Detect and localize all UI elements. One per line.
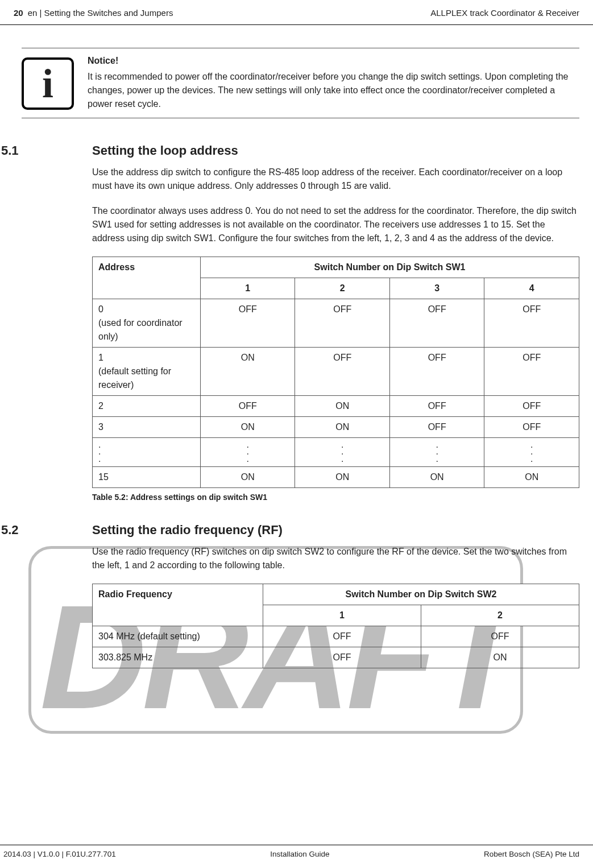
rf-value: 303.825 MHz bbox=[93, 647, 263, 668]
addr-value: 0 bbox=[98, 304, 103, 314]
page-footer: 2014.03 | V1.0.0 | F.01U.277.701 Install… bbox=[0, 845, 593, 868]
header-section-title: en | Setting the Switches and Jumpers bbox=[28, 7, 173, 20]
cell: ON bbox=[201, 347, 295, 395]
cell: ON bbox=[421, 647, 579, 668]
section-5-1: 5.1 Setting the loop address Use the add… bbox=[0, 141, 579, 257]
col-2: 2 bbox=[295, 278, 389, 299]
addr-value: 3 bbox=[93, 416, 201, 437]
col-group: Switch Number on Dip Switch SW2 bbox=[263, 584, 579, 605]
info-icon: i bbox=[22, 57, 74, 110]
header-product-title: ALLPLEX track Coordinator & Receiver bbox=[430, 7, 579, 20]
col-address: Address bbox=[93, 257, 201, 299]
addr-value: 15 bbox=[93, 466, 201, 487]
table-row: 3 ON ON OFF OFF bbox=[93, 416, 579, 437]
col-1: 1 bbox=[201, 278, 295, 299]
cell: ON bbox=[201, 466, 295, 487]
cell: ON bbox=[295, 395, 389, 416]
cell: ON bbox=[389, 466, 484, 487]
cell: ON bbox=[484, 466, 579, 487]
footer-left: 2014.03 | V1.0.0 | F.01U.277.701 bbox=[3, 849, 116, 860]
col-2: 2 bbox=[421, 605, 579, 626]
cell: OFF bbox=[389, 299, 484, 347]
page-number: 20 bbox=[14, 7, 23, 20]
cell: OFF bbox=[263, 626, 421, 647]
rf-value: 304 MHz (default setting) bbox=[93, 626, 263, 647]
cell: OFF bbox=[263, 647, 421, 668]
table-row: 0 (used for coordinator only) OFF OFF OF… bbox=[93, 299, 579, 347]
notice-heading: Notice! bbox=[88, 54, 574, 68]
table-5-2-wrap: Address Switch Number on Dip Switch SW1 … bbox=[92, 257, 579, 488]
cell: ON bbox=[295, 466, 389, 487]
cell: OFF bbox=[389, 395, 484, 416]
section-5-2: 5.2 Setting the radio frequency (RF) Use… bbox=[0, 520, 579, 584]
cell: OFF bbox=[201, 299, 295, 347]
table-row: 303.825 MHz OFF ON bbox=[93, 647, 579, 668]
addr-note: (used for coordinator only) bbox=[98, 318, 183, 341]
cell: OFF bbox=[389, 347, 484, 395]
paragraph: The coordinator always uses address 0. Y… bbox=[92, 204, 579, 245]
col-rf: Radio Frequency bbox=[93, 584, 263, 626]
address-table: Address Switch Number on Dip Switch SW1 … bbox=[92, 257, 579, 488]
cell: OFF bbox=[484, 299, 579, 347]
col-group: Switch Number on Dip Switch SW1 bbox=[201, 257, 579, 278]
table-row: 304 MHz (default setting) OFF OFF bbox=[93, 626, 579, 647]
footer-center: Installation Guide bbox=[270, 849, 329, 860]
addr-value: 1 bbox=[98, 353, 103, 362]
info-glyph: i bbox=[42, 63, 53, 104]
cell: OFF bbox=[295, 347, 389, 395]
cell: OFF bbox=[295, 299, 389, 347]
page-header: 20 en | Setting the Switches and Jumpers… bbox=[0, 0, 593, 25]
paragraph: Use the address dip switch to configure … bbox=[92, 166, 579, 193]
cell: OFF bbox=[421, 626, 579, 647]
col-1: 1 bbox=[263, 605, 421, 626]
cell: OFF bbox=[484, 395, 579, 416]
addr-value: 2 bbox=[93, 395, 201, 416]
section-number: 5.2 bbox=[0, 520, 92, 584]
table-row: 2 OFF ON OFF OFF bbox=[93, 395, 579, 416]
col-3: 3 bbox=[389, 278, 484, 299]
cell: OFF bbox=[201, 395, 295, 416]
section-number: 5.1 bbox=[0, 141, 92, 257]
table-row: ... ... ... ... ... bbox=[93, 437, 579, 466]
col-4: 4 bbox=[484, 278, 579, 299]
footer-right: Robert Bosch (SEA) Pte Ltd bbox=[484, 849, 579, 860]
cell: OFF bbox=[484, 416, 579, 437]
cell: ON bbox=[295, 416, 389, 437]
table-row: 15 ON ON ON ON bbox=[93, 466, 579, 487]
section-title: Setting the radio frequency (RF) bbox=[92, 520, 579, 539]
cell: ON bbox=[201, 416, 295, 437]
cell: OFF bbox=[389, 416, 484, 437]
rf-table: Radio Frequency Switch Number on Dip Swi… bbox=[92, 584, 579, 668]
section-title: Setting the loop address bbox=[92, 141, 579, 160]
paragraph: Use the radio frequency (RF) switches on… bbox=[92, 545, 579, 572]
notice-body: It is recommended to power off the coord… bbox=[88, 70, 574, 111]
table-row: 1 (default setting for receiver) ON OFF … bbox=[93, 347, 579, 395]
addr-note: (default setting for receiver) bbox=[98, 366, 171, 390]
rf-table-wrap: Radio Frequency Switch Number on Dip Swi… bbox=[92, 584, 579, 668]
table-caption: Table 5.2: Address settings on dip switc… bbox=[92, 491, 593, 503]
notice-block: i Notice! It is recommended to power off… bbox=[22, 48, 579, 118]
cell: OFF bbox=[484, 347, 579, 395]
